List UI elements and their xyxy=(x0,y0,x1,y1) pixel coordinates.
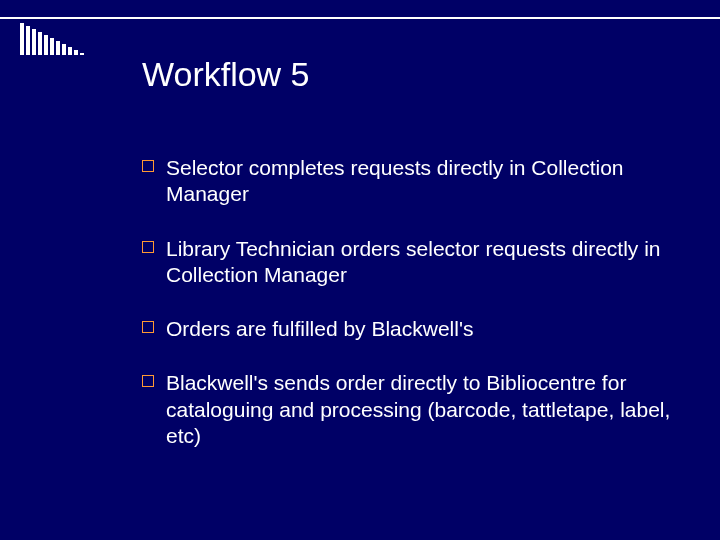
bullet-item: Library Technician orders selector reque… xyxy=(142,236,682,289)
checkbox-icon xyxy=(142,160,154,172)
slide-title: Workflow 5 xyxy=(142,55,310,94)
bullet-text: Blackwell's sends order directly to Bibl… xyxy=(166,370,682,449)
bullet-item: Selector completes requests directly in … xyxy=(142,155,682,208)
bullet-item: Orders are fulfilled by Blackwell's xyxy=(142,316,682,342)
bullet-item: Blackwell's sends order directly to Bibl… xyxy=(142,370,682,449)
bullet-text: Selector completes requests directly in … xyxy=(166,155,682,208)
checkbox-icon xyxy=(142,241,154,253)
checkbox-icon xyxy=(142,321,154,333)
header-rule xyxy=(0,17,720,19)
slide-content: Selector completes requests directly in … xyxy=(142,155,682,477)
bullet-text: Library Technician orders selector reque… xyxy=(166,236,682,289)
checkbox-icon xyxy=(142,375,154,387)
decorative-bars-icon xyxy=(20,23,84,55)
bullet-text: Orders are fulfilled by Blackwell's xyxy=(166,316,473,342)
